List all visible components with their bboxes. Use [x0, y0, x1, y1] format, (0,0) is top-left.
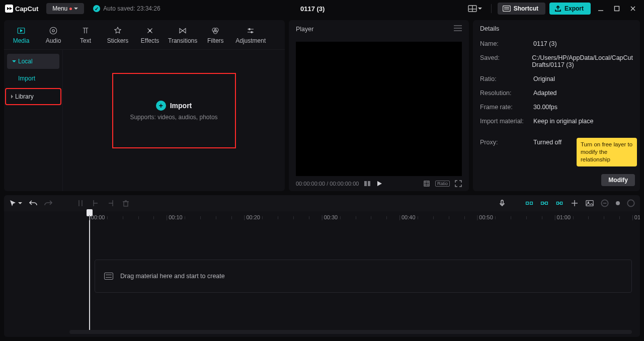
svg-rect-7 [615, 7, 619, 11]
import-hint: Supports: videos, audios, photos [130, 114, 217, 121]
preview-axis-button[interactable] [571, 199, 579, 207]
player-timecode: 00:00:00:00 / 00:00:00:00 [296, 181, 359, 187]
select-tool[interactable] [9, 199, 22, 207]
zoom-in-button[interactable] [627, 199, 635, 207]
minimize-button[interactable] [595, 4, 607, 14]
compare-icon[interactable] [364, 180, 371, 187]
svg-rect-33 [586, 201, 593, 206]
close-button[interactable] [627, 4, 639, 14]
undo-button[interactable] [29, 199, 37, 207]
ruler-tick: 00:50 [476, 214, 493, 220]
media-panel: Media Audio Text Stickers Effects Transi… [4, 20, 285, 191]
main-track-magnet-button[interactable] [525, 199, 533, 207]
cover-button[interactable] [586, 199, 594, 207]
scale-icon[interactable] [423, 180, 430, 187]
tab-stickers[interactable]: Stickers [103, 23, 133, 49]
auto-snap-button[interactable] [540, 199, 548, 207]
timeline-panel: 00:0000:1000:2000:3000:4000:5001:0001:10… [4, 195, 640, 337]
svg-rect-3 [503, 6, 510, 12]
ruler-tick: 00:20 [244, 214, 260, 220]
detail-name: 0117 (3) [533, 40, 633, 47]
detail-resolution: Adapted [533, 90, 633, 97]
svg-rect-22 [364, 181, 367, 186]
tab-filters[interactable]: Filters [200, 23, 230, 49]
zoom-out-button[interactable] [601, 199, 609, 207]
tab-adjustment[interactable]: Adjustment [232, 23, 269, 49]
caret-down-icon [12, 60, 16, 62]
tab-media[interactable]: Media [6, 23, 36, 49]
project-title: 0117 (3) [160, 5, 465, 13]
ruler-tick: 01:00 [554, 214, 571, 220]
menu-button[interactable]: Menu [46, 3, 84, 14]
ruler-tick: 00:00 [89, 214, 105, 220]
import-label: Import [170, 102, 192, 110]
svg-rect-28 [530, 202, 533, 205]
modify-button[interactable]: Modify [601, 174, 635, 186]
shortcut-button[interactable]: Shortcut [498, 3, 545, 15]
tab-text[interactable]: Text [70, 23, 101, 49]
detail-saved: C:/Users/HP/AppData/Local/CapCut Drafts/… [532, 54, 633, 68]
timeline-ruler[interactable]: 00:0000:1000:2000:3000:4000:5001:0001:10 [85, 211, 640, 224]
svg-point-34 [588, 202, 589, 203]
ruler-tick: 00:10 [166, 214, 182, 220]
tab-transitions[interactable]: Transitions [167, 23, 198, 49]
linkage-button[interactable] [555, 199, 564, 207]
redo-button[interactable] [44, 199, 52, 207]
clip-icon [104, 273, 113, 280]
ruler-tick: 01:10 [632, 214, 640, 220]
free-layer-tooltip: Turn on free layer to modify the relatio… [577, 138, 637, 166]
player-viewport[interactable] [296, 42, 462, 176]
trim-right-button[interactable] [107, 199, 115, 207]
ruler-tick: 00:30 [321, 214, 338, 220]
play-icon[interactable] [376, 180, 383, 187]
details-title: Details [473, 20, 640, 37]
app-logo: CapCut [5, 5, 38, 13]
svg-rect-23 [368, 181, 370, 186]
zoom-slider[interactable] [616, 201, 620, 205]
delete-button[interactable] [122, 199, 130, 207]
maximize-button[interactable] [611, 4, 623, 14]
split-button[interactable] [76, 199, 85, 207]
svg-rect-31 [556, 202, 558, 205]
svg-point-13 [149, 30, 151, 32]
fullscreen-icon[interactable] [455, 180, 462, 187]
plus-icon: + [156, 101, 166, 111]
timeline-scrollbar[interactable] [69, 330, 632, 334]
svg-point-11 [50, 27, 57, 34]
svg-rect-27 [526, 202, 529, 205]
detail-ratio: Original [533, 75, 633, 82]
sidebar-item-library[interactable]: Library [5, 88, 61, 105]
timeline-tracks[interactable]: Drag material here and start to create [4, 224, 640, 330]
menu-notification-dot [69, 8, 72, 10]
player-title: Player [296, 26, 313, 33]
chevron-down-icon [478, 8, 482, 10]
detail-fps: 30.00fps [533, 104, 633, 111]
svg-rect-26 [501, 200, 503, 204]
player-menu-icon[interactable] [454, 25, 462, 33]
tab-effects[interactable]: Effects [135, 23, 165, 49]
tab-audio[interactable]: Audio [38, 23, 68, 49]
svg-rect-24 [424, 181, 429, 186]
sidebar-item-import[interactable]: Import [7, 71, 59, 86]
player-panel: Player 00:00:00:00 / 00:00:00:00 Ratio [289, 20, 469, 191]
timeline-drop-hint: Drag material here and start to create [95, 260, 632, 293]
ratio-button[interactable]: Ratio [435, 181, 450, 187]
svg-point-12 [52, 30, 55, 32]
trim-left-button[interactable] [92, 199, 100, 207]
svg-rect-29 [541, 202, 544, 205]
svg-point-18 [251, 32, 253, 33]
caret-right-icon [11, 95, 13, 99]
check-icon [93, 5, 100, 12]
svg-rect-30 [545, 202, 548, 205]
svg-rect-32 [560, 202, 562, 205]
svg-rect-25 [124, 202, 128, 206]
record-audio-button[interactable] [498, 199, 506, 207]
export-button[interactable]: Export [549, 3, 591, 15]
autosave-status: Auto saved: 23:34:26 [93, 5, 160, 12]
ruler-tick: 00:40 [399, 214, 415, 220]
details-panel: Details Name:0117 (3) Saved:C:/Users/HP/… [473, 20, 640, 191]
layout-button[interactable] [465, 3, 485, 14]
import-dropzone[interactable]: + Import Supports: videos, audios, photo… [112, 73, 236, 148]
sidebar-item-local[interactable]: Local [7, 54, 59, 69]
chevron-down-icon [74, 8, 78, 10]
